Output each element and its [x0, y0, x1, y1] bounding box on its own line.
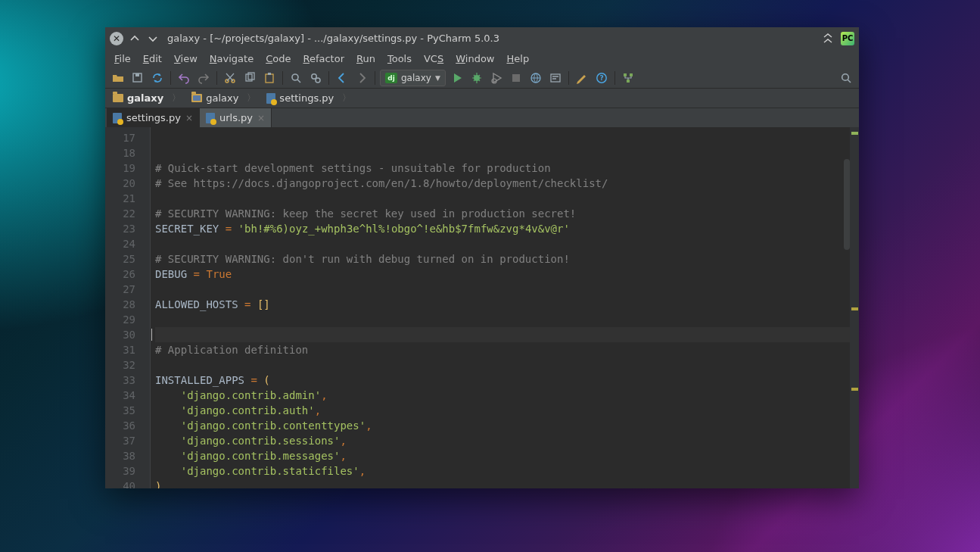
web-icon[interactable] — [527, 70, 544, 86]
breadcrumb-1[interactable]: galaxy — [187, 90, 262, 107]
menu-run[interactable]: Run — [350, 51, 381, 66]
breadcrumb-2[interactable]: settings.py — [262, 90, 357, 107]
coverage-icon[interactable] — [488, 70, 505, 86]
copy-icon[interactable] — [241, 70, 258, 86]
code-line-34[interactable]: 'django.contrib.admin', — [155, 388, 859, 403]
svg-text:?: ? — [599, 74, 603, 82]
sync-icon[interactable] — [149, 70, 166, 86]
code-line-28[interactable]: ALLOWED_HOSTS = [] — [155, 297, 859, 312]
code-line-40[interactable]: ) — [155, 479, 859, 488]
menu-vcs[interactable]: VCS — [418, 51, 450, 66]
svg-rect-20 — [627, 80, 630, 83]
code-line-36[interactable]: 'django.contrib.contenttypes', — [155, 418, 859, 433]
run-configuration-selector[interactable]: dj galaxy ▼ — [380, 70, 446, 86]
code-area[interactable]: # Quick-start development settings - uns… — [151, 127, 859, 488]
svg-point-10 — [316, 78, 320, 83]
menu-tools[interactable]: Tools — [381, 51, 418, 66]
django-badge-icon: dj — [385, 73, 397, 83]
menu-navigate[interactable]: Navigate — [204, 51, 260, 66]
editor-tab-settings-py[interactable]: settings.py× — [107, 108, 200, 127]
breadcrumb-label: galaxy — [206, 92, 238, 104]
svg-rect-6 — [266, 74, 273, 83]
svg-rect-15 — [551, 74, 560, 82]
window-shade-up-icon[interactable] — [128, 32, 142, 45]
menu-view[interactable]: View — [168, 51, 204, 66]
menu-code[interactable]: Code — [260, 51, 297, 66]
code-line-25[interactable]: # SECURITY WARNING: don't run with debug… — [155, 251, 859, 267]
code-line-24[interactable] — [155, 236, 859, 251]
marker-1[interactable] — [851, 307, 858, 310]
tab-close-icon[interactable]: × — [185, 113, 193, 123]
code-line-38[interactable]: 'django.contrib.messages', — [155, 448, 859, 463]
vertical-scrollbar[interactable] — [844, 159, 850, 250]
menu-edit[interactable]: Edit — [137, 51, 168, 66]
menu-bar: FileEditViewNavigateCodeRefactorRunTools… — [105, 49, 859, 67]
breadcrumb-bar: galaxygalaxysettings.py — [105, 89, 859, 108]
code-line-39[interactable]: 'django.contrib.staticfiles', — [155, 463, 859, 479]
marker-2[interactable] — [851, 388, 858, 391]
open-icon[interactable] — [110, 70, 126, 86]
code-line-33[interactable]: INSTALLED_APPS = ( — [155, 373, 859, 388]
paste-icon[interactable] — [261, 70, 278, 86]
python-file-icon — [206, 113, 215, 123]
editor-tab-urls-py[interactable]: urls.py× — [200, 108, 272, 127]
code-line-20[interactable]: # See https://docs.djangoproject.com/en/… — [155, 176, 859, 191]
help-icon[interactable]: ? — [593, 70, 610, 86]
code-line-29[interactable] — [155, 312, 859, 327]
cut-icon[interactable] — [222, 70, 238, 86]
code-line-23[interactable]: SECRET_KEY = 'bh!#%6)oyz_+whph3e^hl%!obg… — [155, 221, 859, 236]
menu-help[interactable]: Help — [501, 51, 536, 66]
find-icon[interactable] — [288, 70, 304, 86]
code-line-22[interactable]: # SECURITY WARNING: keep the secret key … — [155, 206, 859, 221]
settings-icon[interactable] — [574, 70, 590, 86]
window-close-button[interactable]: ✕ — [110, 32, 123, 45]
replace-icon[interactable] — [307, 70, 324, 86]
nav-forward-icon[interactable] — [353, 70, 370, 86]
python-file-icon — [266, 93, 275, 104]
code-line-31[interactable]: # Application definition — [155, 342, 859, 357]
code-line-17[interactable] — [155, 130, 859, 145]
code-line-21[interactable] — [155, 191, 859, 206]
redo-icon[interactable] — [195, 70, 212, 86]
code-line-35[interactable]: 'django.contrib.auth', — [155, 403, 859, 418]
task-icon[interactable] — [547, 70, 564, 86]
code-line-26[interactable]: DEBUG = True — [155, 267, 859, 282]
debug-icon[interactable] — [468, 70, 485, 86]
search-everywhere-icon[interactable] — [838, 70, 854, 86]
menu-file[interactable]: File — [108, 51, 137, 66]
editor-tab-row: settings.py×urls.py× — [105, 108, 859, 127]
code-line-30[interactable] — [155, 327, 859, 342]
marker-0[interactable] — [851, 132, 858, 135]
tab-label: settings.py — [126, 112, 181, 123]
svg-rect-4 — [246, 74, 252, 81]
svg-rect-18 — [624, 73, 627, 76]
module-icon — [191, 94, 202, 102]
svg-point-8 — [292, 74, 298, 80]
tab-close-icon[interactable]: × — [257, 113, 265, 123]
stop-icon[interactable] — [508, 70, 524, 86]
menu-window[interactable]: Window — [450, 51, 500, 66]
python-file-icon — [113, 113, 122, 123]
code-line-18[interactable] — [155, 145, 859, 161]
collapse-icon[interactable] — [821, 32, 835, 45]
code-line-32[interactable] — [155, 357, 859, 373]
run-config-label: galaxy — [401, 73, 431, 83]
menu-refactor[interactable]: Refactor — [297, 51, 350, 66]
undo-icon[interactable] — [176, 70, 192, 86]
svg-rect-1 — [135, 73, 139, 76]
breadcrumb-0[interactable]: galaxy — [108, 90, 187, 107]
code-editor[interactable]: 1718192021222324252627282930313233343536… — [105, 127, 859, 488]
code-line-19[interactable]: # Quick-start development settings - uns… — [155, 161, 859, 176]
save-all-icon[interactable] — [129, 70, 146, 86]
code-line-37[interactable]: 'django.contrib.sessions', — [155, 433, 859, 448]
run-icon[interactable] — [449, 70, 465, 86]
svg-point-9 — [312, 73, 316, 78]
window-titlebar: ✕ galaxy - [~/projects/galaxy] - .../gal… — [105, 27, 859, 49]
code-line-27[interactable] — [155, 282, 859, 297]
window-shade-down-icon[interactable] — [146, 32, 160, 45]
ide-window: ✕ galaxy - [~/projects/galaxy] - .../gal… — [105, 27, 859, 488]
structure-icon[interactable] — [620, 70, 636, 86]
text-caret — [151, 329, 152, 341]
nav-back-icon[interactable] — [334, 70, 350, 86]
tab-label: urls.py — [219, 112, 253, 123]
